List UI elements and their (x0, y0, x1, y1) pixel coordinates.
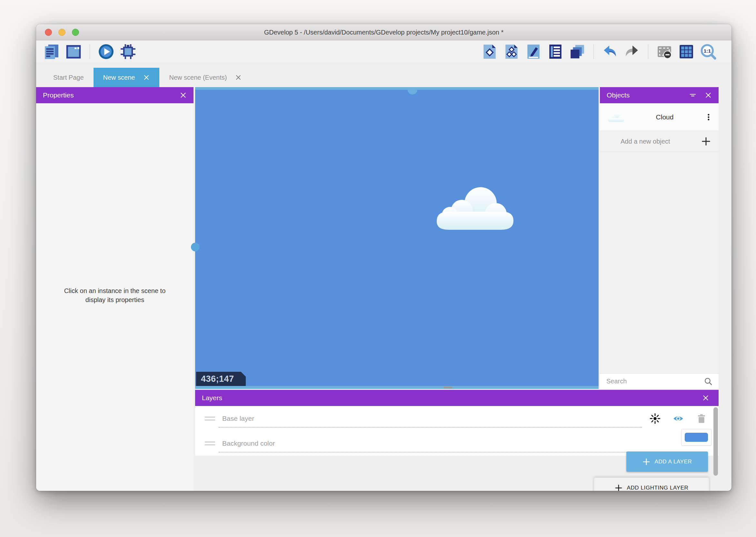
zoom-original-button[interactable]: 1:1 (699, 43, 717, 61)
drag-handle-icon[interactable] (205, 417, 215, 421)
object-icon (481, 44, 498, 60)
add-layer-button[interactable]: ADD A LAYER (626, 451, 708, 472)
tab-new-scene[interactable]: New scene (94, 68, 160, 87)
close-icon (705, 92, 712, 99)
cloud-thumbnail (607, 112, 625, 123)
title-bar: GDevelop 5 - /Users/david/Documents/GDev… (36, 24, 732, 40)
scene-canvas[interactable]: 436;147 (195, 87, 599, 389)
eye-icon (673, 413, 684, 424)
layer-lighting-button[interactable] (650, 413, 661, 424)
kebab-menu-icon (704, 113, 713, 121)
edit-pencil-icon (525, 44, 542, 60)
window-icon (65, 44, 82, 60)
project-manager-button[interactable] (43, 43, 61, 61)
project-manager-icon (44, 44, 60, 60)
close-tab-icon[interactable] (143, 74, 150, 81)
close-tab-icon[interactable] (235, 74, 242, 81)
layers-scrollbar-thumb[interactable] (713, 407, 718, 476)
open-window-button[interactable] (64, 43, 83, 61)
layer-name-field[interactable]: Base layer (222, 415, 254, 423)
add-object-button[interactable] (701, 137, 711, 146)
canvas-top-scrollbar[interactable] (195, 87, 599, 90)
instances-list-button[interactable] (547, 43, 564, 61)
close-properties-button[interactable] (180, 92, 187, 99)
objects-search-input[interactable] (606, 378, 704, 385)
tab-label: New scene (Events) (169, 74, 227, 81)
debugger-chip-icon (120, 44, 136, 60)
layers-panel-header: Layers (195, 390, 719, 406)
objects-panel-title: Objects (607, 91, 629, 99)
objects-groups-button[interactable] (503, 43, 520, 61)
undo-button[interactable] (601, 43, 619, 61)
frame-mask-icon (656, 44, 672, 60)
toggle-mask-button[interactable] (655, 43, 673, 61)
main-toolbar: 1:1 (36, 40, 732, 63)
minimize-window-button[interactable] (58, 29, 65, 36)
objects-panel-header: Objects (600, 87, 719, 103)
debug-button[interactable] (119, 43, 137, 61)
canvas-scrollbar-thumb[interactable] (443, 387, 452, 389)
layer-row-base[interactable]: Base layer (195, 406, 719, 431)
cloud-sprite[interactable] (432, 183, 518, 232)
svg-text:1:1: 1:1 (704, 48, 711, 54)
toolbar-separator (90, 44, 90, 59)
objects-panel-body (600, 152, 719, 373)
toolbar-separator (648, 44, 648, 59)
grid-icon (678, 44, 695, 60)
close-icon (180, 92, 187, 99)
add-lighting-layer-button[interactable]: ADD LIGHTING LAYER (594, 477, 709, 491)
zoom-window-button[interactable] (72, 29, 79, 36)
object-list-item-cloud[interactable]: Cloud (600, 103, 719, 131)
edit-object-button[interactable] (480, 43, 499, 61)
panel-resize-handle-left[interactable] (191, 243, 200, 251)
toggle-grid-button[interactable] (677, 43, 695, 61)
objects-panel: Objects Cloud (600, 87, 719, 389)
zoom-one-to-one-icon: 1:1 (700, 44, 716, 60)
toolbar-left-group (43, 43, 137, 61)
layer-delete-button[interactable] (696, 413, 707, 424)
properties-panel-title: Properties (43, 91, 74, 99)
close-icon (702, 394, 709, 401)
layers-stack-icon (569, 44, 586, 60)
tab-label: Start Page (53, 74, 84, 81)
background-color-picker[interactable] (681, 429, 711, 446)
canvas-bottom-scrollbar[interactable] (195, 386, 599, 389)
main-area: Properties Click on an instance in the s… (36, 87, 732, 491)
background-color-swatch (685, 433, 708, 442)
plus-icon (615, 484, 623, 491)
close-layers-button[interactable] (702, 394, 709, 401)
redo-button[interactable] (623, 43, 641, 61)
close-objects-button[interactable] (705, 92, 712, 99)
add-object-row[interactable]: Add a new object (600, 131, 719, 152)
properties-panel-header: Properties (36, 87, 194, 103)
filter-objects-button[interactable] (689, 92, 696, 99)
scene-properties-button[interactable] (524, 43, 543, 61)
add-object-label: Add a new object (608, 138, 701, 145)
redo-icon (624, 44, 640, 60)
plus-icon (701, 137, 711, 146)
add-lighting-layer-label: ADD LIGHTING LAYER (627, 485, 689, 491)
objects-search-bar (600, 373, 719, 389)
properties-empty-message: Click on an instance in the scene to dis… (36, 287, 194, 304)
close-window-button[interactable] (45, 29, 52, 36)
tab-new-scene-events[interactable]: New scene (Events) (159, 68, 251, 87)
plus-icon (642, 458, 650, 466)
properties-panel: Properties Click on an instance in the s… (36, 87, 194, 491)
instances-list-icon (547, 44, 563, 60)
objects-groups-icon (504, 44, 520, 60)
cursor-coordinates-badge: 436;147 (196, 372, 246, 386)
play-icon (98, 44, 114, 60)
toolbar-separator (593, 44, 594, 59)
window-title: GDevelop 5 - /Users/david/Documents/GDev… (36, 24, 732, 40)
drag-handle-icon[interactable] (205, 441, 215, 445)
toolbar-right-group: 1:1 (480, 43, 717, 61)
open-editors-button[interactable] (568, 43, 586, 61)
object-menu-button[interactable] (704, 113, 713, 121)
add-layer-label: ADD A LAYER (655, 459, 692, 465)
preview-button[interactable] (97, 43, 115, 61)
layers-list: Base layer (195, 406, 719, 456)
layers-panel: Layers Base layer (195, 390, 719, 491)
layer-visibility-button[interactable] (673, 413, 684, 424)
tab-start-page[interactable]: Start Page (44, 68, 94, 87)
filter-icon (689, 92, 696, 99)
